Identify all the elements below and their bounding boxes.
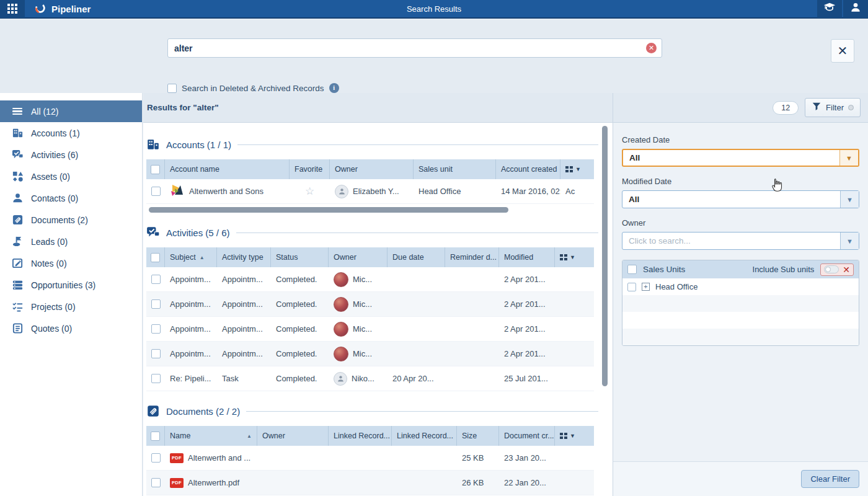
app-grid-button[interactable] — [0, 0, 25, 18]
deleted-archived-row[interactable]: Search in Deleted & Archived Records i — [167, 83, 339, 93]
column-header[interactable]: Owner — [257, 426, 329, 446]
owner-avatar — [334, 272, 348, 287]
filter-body: Created Date All ▼ Modified Date All ▼ O… — [613, 123, 868, 346]
horizontal-scrollbar[interactable] — [149, 207, 508, 213]
activity-row[interactable]: Appointm... Appointm... Completed. Mic..… — [146, 292, 594, 317]
select-all-checkbox[interactable] — [151, 165, 160, 174]
column-header[interactable]: Document cr... — [499, 426, 555, 446]
accounts-table: Account name Favorite Owner Sales unit A… — [146, 159, 594, 204]
row-checkbox[interactable] — [151, 349, 161, 358]
column-header[interactable]: Reminder d... — [445, 247, 499, 267]
graduation-cap-icon — [823, 1, 836, 17]
academy-button[interactable] — [817, 0, 842, 18]
column-header[interactable]: Account created — [496, 159, 560, 179]
activities-section-icon — [146, 226, 160, 239]
activities-section-title: Activities (5 / 6) — [166, 228, 230, 238]
include-sub-units-toggle[interactable] — [824, 265, 839, 273]
sidebar-item-opportunities[interactable]: Opportunities (3) — [0, 274, 142, 296]
document-name[interactable]: Altenwerth.pdf — [188, 478, 239, 487]
deleted-archived-label: Search in Deleted & Archived Records — [182, 84, 324, 93]
sales-units-checkbox[interactable] — [627, 265, 637, 274]
activity-row[interactable]: Appointm... Appointm... Completed. Mic..… — [146, 342, 594, 366]
results-scroll-area[interactable]: Accounts (1 / 1) Account name Favorite O… — [143, 123, 602, 496]
activity-row[interactable]: Appointm... Appointm... Completed. Mic..… — [146, 267, 594, 292]
sidebar-item-label: Leads (0) — [31, 237, 68, 247]
search-input[interactable] — [168, 43, 646, 53]
expand-icon[interactable]: + — [642, 283, 650, 291]
column-header[interactable]: Favorite — [290, 159, 330, 179]
include-sub-units-label: Include Sub units — [753, 265, 815, 274]
column-header[interactable]: Account name — [165, 159, 290, 179]
row-checkbox[interactable] — [151, 275, 161, 284]
modified-date-dropdown[interactable]: All ▼ — [622, 190, 859, 208]
remove-filter-icon[interactable]: ✕ — [843, 265, 850, 274]
column-header[interactable]: Linked Record... — [329, 426, 392, 446]
account-row[interactable]: Altenwerth and Sons ☆ Elizabeth Y... Hea… — [146, 179, 594, 204]
document-name[interactable]: Altenwerth and ... — [188, 453, 250, 463]
row-checkbox[interactable] — [151, 478, 161, 487]
column-header[interactable]: Activity type — [217, 247, 271, 267]
owner-avatar — [334, 347, 348, 361]
sidebar-item-accounts[interactable]: Accounts (1) — [0, 122, 142, 144]
close-search-button[interactable]: ✕ — [831, 39, 854, 63]
clear-search-icon[interactable]: ✕ — [646, 43, 657, 53]
sales-unit-tree-item[interactable]: + Head Office — [622, 278, 859, 295]
column-settings-button[interactable]: ▼ — [555, 426, 594, 446]
sidebar-item-label: Accounts (1) — [31, 128, 80, 138]
column-header[interactable]: Linked Record... — [392, 426, 457, 446]
sidebar-item-leads[interactable]: Leads (0) — [0, 231, 142, 252]
select-all-checkbox[interactable] — [151, 432, 160, 441]
activity-row[interactable]: Appointm... Appointm... Completed. Mic..… — [146, 317, 594, 342]
sidebar-item-documents[interactable]: Documents (2) — [0, 209, 142, 231]
chevron-down-icon[interactable]: ▼ — [839, 150, 858, 166]
sidebar-item-notes[interactable]: Notes (0) — [0, 252, 142, 274]
sidebar-item-all[interactable]: All (12) — [0, 100, 142, 122]
row-checkbox[interactable] — [151, 453, 161, 463]
sidebar-item-quotes[interactable]: Quotes (0) — [0, 317, 142, 339]
row-checkbox[interactable] — [151, 324, 161, 334]
sidebar-item-activities[interactable]: Activities (6) — [0, 144, 142, 166]
vertical-scrollbar[interactable] — [602, 126, 608, 386]
created-date-dropdown[interactable]: All ▼ — [622, 149, 859, 167]
row-checkbox[interactable] — [151, 299, 161, 309]
chevron-down-icon[interactable]: ▼ — [840, 232, 859, 249]
profile-button[interactable] — [843, 0, 868, 18]
section-rule — [246, 411, 598, 412]
sidebar-item-assets[interactable]: Assets (0) — [0, 166, 142, 187]
activity-row[interactable]: Re: Pipeli... Task Completed. Niko... 20… — [146, 366, 594, 391]
column-header[interactable]: Status — [271, 247, 329, 267]
column-header[interactable]: Modified — [499, 247, 555, 267]
search-area: ✕ Search in Deleted & Archived Records i… — [0, 20, 868, 93]
deleted-archived-checkbox[interactable] — [167, 84, 177, 93]
column-header[interactable]: Owner — [329, 247, 388, 267]
info-icon[interactable]: i — [329, 83, 339, 93]
tree-item-checkbox[interactable] — [627, 283, 636, 291]
column-header[interactable]: Subject▲ — [165, 247, 217, 267]
clear-filter-button[interactable]: Clear Filter — [801, 470, 859, 488]
favorite-star-icon[interactable]: ☆ — [305, 185, 314, 198]
account-name[interactable]: Altenwerth and Sons — [189, 187, 264, 196]
document-row[interactable]: PDFAltenwerth and ... 25 KB 23 Jan 20... — [146, 446, 594, 471]
column-settings-button[interactable]: ▼ — [555, 247, 594, 267]
column-header[interactable]: Size — [457, 426, 499, 446]
column-header[interactable]: Owner — [330, 159, 414, 179]
brand[interactable]: Pipeliner — [33, 1, 91, 17]
columns-icon — [560, 254, 567, 260]
owner-search-dropdown[interactable]: Click to search... ▼ — [622, 232, 859, 250]
sidebar-item-projects[interactable]: Projects (0) — [0, 296, 142, 317]
column-header[interactable]: Due date — [388, 247, 445, 267]
column-header[interactable]: Name▲ — [165, 426, 257, 446]
column-header[interactable]: Sales unit — [414, 159, 496, 179]
owner-avatar — [334, 322, 348, 337]
sales-units-title: Sales Units — [643, 265, 685, 274]
row-checkbox[interactable] — [151, 187, 161, 196]
sidebar-item-contacts[interactable]: Contacts (0) — [0, 187, 142, 209]
include-sub-units-control[interactable]: ✕ — [820, 264, 854, 276]
chevron-down-icon[interactable]: ▼ — [840, 191, 859, 208]
filter-button[interactable]: Filter — [805, 98, 861, 117]
document-row[interactable]: PDFAltenwerth.pdf 26 KB 22 Jan 20... — [146, 471, 594, 495]
chevron-down-icon: ▼ — [570, 433, 575, 439]
column-settings-button[interactable]: ▼ — [560, 159, 594, 179]
row-checkbox[interactable] — [151, 374, 161, 383]
select-all-checkbox[interactable] — [151, 253, 160, 262]
